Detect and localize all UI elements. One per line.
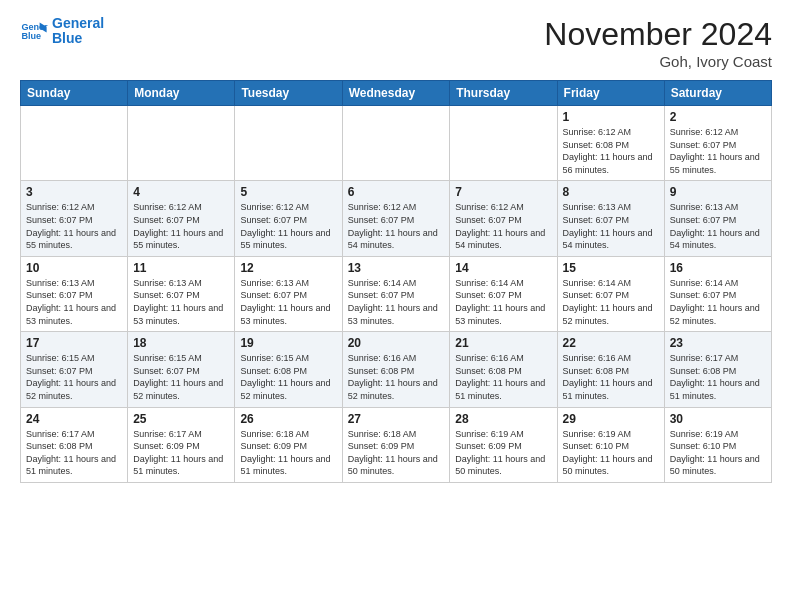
- day-info: Sunrise: 6:13 AM Sunset: 6:07 PM Dayligh…: [563, 201, 659, 251]
- day-number: 14: [455, 261, 551, 275]
- calendar-cell: 3Sunrise: 6:12 AM Sunset: 6:07 PM Daylig…: [21, 181, 128, 256]
- title-block: November 2024 Goh, Ivory Coast: [544, 16, 772, 70]
- svg-text:Blue: Blue: [21, 32, 41, 42]
- calendar-cell: 12Sunrise: 6:13 AM Sunset: 6:07 PM Dayli…: [235, 256, 342, 331]
- calendar-week-1: 1Sunrise: 6:12 AM Sunset: 6:08 PM Daylig…: [21, 106, 772, 181]
- calendar-cell: [21, 106, 128, 181]
- calendar-week-4: 17Sunrise: 6:15 AM Sunset: 6:07 PM Dayli…: [21, 332, 772, 407]
- calendar-cell: 28Sunrise: 6:19 AM Sunset: 6:09 PM Dayli…: [450, 407, 557, 482]
- day-info: Sunrise: 6:12 AM Sunset: 6:07 PM Dayligh…: [348, 201, 445, 251]
- day-number: 24: [26, 412, 122, 426]
- calendar-week-5: 24Sunrise: 6:17 AM Sunset: 6:08 PM Dayli…: [21, 407, 772, 482]
- location: Goh, Ivory Coast: [544, 53, 772, 70]
- day-number: 3: [26, 185, 122, 199]
- day-info: Sunrise: 6:12 AM Sunset: 6:07 PM Dayligh…: [26, 201, 122, 251]
- day-info: Sunrise: 6:12 AM Sunset: 6:07 PM Dayligh…: [670, 126, 766, 176]
- day-number: 8: [563, 185, 659, 199]
- calendar-cell: 29Sunrise: 6:19 AM Sunset: 6:10 PM Dayli…: [557, 407, 664, 482]
- logo-line1: General: [52, 16, 104, 31]
- calendar-week-3: 10Sunrise: 6:13 AM Sunset: 6:07 PM Dayli…: [21, 256, 772, 331]
- day-info: Sunrise: 6:19 AM Sunset: 6:10 PM Dayligh…: [563, 428, 659, 478]
- day-number: 15: [563, 261, 659, 275]
- day-number: 4: [133, 185, 229, 199]
- calendar-cell: 30Sunrise: 6:19 AM Sunset: 6:10 PM Dayli…: [664, 407, 771, 482]
- calendar-cell: 19Sunrise: 6:15 AM Sunset: 6:08 PM Dayli…: [235, 332, 342, 407]
- calendar-cell: 24Sunrise: 6:17 AM Sunset: 6:08 PM Dayli…: [21, 407, 128, 482]
- day-number: 11: [133, 261, 229, 275]
- day-number: 7: [455, 185, 551, 199]
- calendar-cell: 18Sunrise: 6:15 AM Sunset: 6:07 PM Dayli…: [128, 332, 235, 407]
- day-info: Sunrise: 6:15 AM Sunset: 6:07 PM Dayligh…: [26, 352, 122, 402]
- day-info: Sunrise: 6:14 AM Sunset: 6:07 PM Dayligh…: [455, 277, 551, 327]
- day-number: 13: [348, 261, 445, 275]
- weekday-header-friday: Friday: [557, 81, 664, 106]
- calendar-cell: 11Sunrise: 6:13 AM Sunset: 6:07 PM Dayli…: [128, 256, 235, 331]
- calendar-week-2: 3Sunrise: 6:12 AM Sunset: 6:07 PM Daylig…: [21, 181, 772, 256]
- day-number: 6: [348, 185, 445, 199]
- calendar-cell: [450, 106, 557, 181]
- day-number: 10: [26, 261, 122, 275]
- weekday-header-sunday: Sunday: [21, 81, 128, 106]
- day-number: 20: [348, 336, 445, 350]
- calendar-cell: 1Sunrise: 6:12 AM Sunset: 6:08 PM Daylig…: [557, 106, 664, 181]
- calendar-cell: 23Sunrise: 6:17 AM Sunset: 6:08 PM Dayli…: [664, 332, 771, 407]
- calendar-cell: 5Sunrise: 6:12 AM Sunset: 6:07 PM Daylig…: [235, 181, 342, 256]
- day-info: Sunrise: 6:18 AM Sunset: 6:09 PM Dayligh…: [348, 428, 445, 478]
- day-number: 30: [670, 412, 766, 426]
- day-info: Sunrise: 6:19 AM Sunset: 6:09 PM Dayligh…: [455, 428, 551, 478]
- calendar-cell: [342, 106, 450, 181]
- day-number: 19: [240, 336, 336, 350]
- day-info: Sunrise: 6:17 AM Sunset: 6:08 PM Dayligh…: [670, 352, 766, 402]
- day-number: 23: [670, 336, 766, 350]
- day-info: Sunrise: 6:15 AM Sunset: 6:07 PM Dayligh…: [133, 352, 229, 402]
- day-number: 21: [455, 336, 551, 350]
- day-number: 12: [240, 261, 336, 275]
- day-info: Sunrise: 6:16 AM Sunset: 6:08 PM Dayligh…: [348, 352, 445, 402]
- calendar-cell: 2Sunrise: 6:12 AM Sunset: 6:07 PM Daylig…: [664, 106, 771, 181]
- day-info: Sunrise: 6:12 AM Sunset: 6:07 PM Dayligh…: [133, 201, 229, 251]
- calendar-cell: 4Sunrise: 6:12 AM Sunset: 6:07 PM Daylig…: [128, 181, 235, 256]
- day-info: Sunrise: 6:15 AM Sunset: 6:08 PM Dayligh…: [240, 352, 336, 402]
- day-info: Sunrise: 6:16 AM Sunset: 6:08 PM Dayligh…: [455, 352, 551, 402]
- day-info: Sunrise: 6:13 AM Sunset: 6:07 PM Dayligh…: [26, 277, 122, 327]
- calendar-cell: 16Sunrise: 6:14 AM Sunset: 6:07 PM Dayli…: [664, 256, 771, 331]
- day-number: 27: [348, 412, 445, 426]
- day-info: Sunrise: 6:18 AM Sunset: 6:09 PM Dayligh…: [240, 428, 336, 478]
- day-info: Sunrise: 6:14 AM Sunset: 6:07 PM Dayligh…: [670, 277, 766, 327]
- page-header: General Blue General Blue November 2024 …: [20, 16, 772, 70]
- day-info: Sunrise: 6:19 AM Sunset: 6:10 PM Dayligh…: [670, 428, 766, 478]
- day-info: Sunrise: 6:12 AM Sunset: 6:08 PM Dayligh…: [563, 126, 659, 176]
- calendar-cell: 9Sunrise: 6:13 AM Sunset: 6:07 PM Daylig…: [664, 181, 771, 256]
- day-number: 17: [26, 336, 122, 350]
- day-number: 22: [563, 336, 659, 350]
- calendar-cell: 17Sunrise: 6:15 AM Sunset: 6:07 PM Dayli…: [21, 332, 128, 407]
- day-number: 25: [133, 412, 229, 426]
- day-info: Sunrise: 6:12 AM Sunset: 6:07 PM Dayligh…: [240, 201, 336, 251]
- day-info: Sunrise: 6:13 AM Sunset: 6:07 PM Dayligh…: [133, 277, 229, 327]
- calendar-cell: 15Sunrise: 6:14 AM Sunset: 6:07 PM Dayli…: [557, 256, 664, 331]
- weekday-header-saturday: Saturday: [664, 81, 771, 106]
- weekday-header-tuesday: Tuesday: [235, 81, 342, 106]
- weekday-header-wednesday: Wednesday: [342, 81, 450, 106]
- logo-line2: Blue: [52, 31, 104, 46]
- calendar-cell: 13Sunrise: 6:14 AM Sunset: 6:07 PM Dayli…: [342, 256, 450, 331]
- weekday-header-thursday: Thursday: [450, 81, 557, 106]
- calendar-cell: 14Sunrise: 6:14 AM Sunset: 6:07 PM Dayli…: [450, 256, 557, 331]
- calendar-cell: 6Sunrise: 6:12 AM Sunset: 6:07 PM Daylig…: [342, 181, 450, 256]
- day-number: 18: [133, 336, 229, 350]
- day-number: 28: [455, 412, 551, 426]
- calendar-cell: 21Sunrise: 6:16 AM Sunset: 6:08 PM Dayli…: [450, 332, 557, 407]
- calendar-cell: 7Sunrise: 6:12 AM Sunset: 6:07 PM Daylig…: [450, 181, 557, 256]
- day-info: Sunrise: 6:12 AM Sunset: 6:07 PM Dayligh…: [455, 201, 551, 251]
- calendar-cell: [128, 106, 235, 181]
- calendar-cell: 8Sunrise: 6:13 AM Sunset: 6:07 PM Daylig…: [557, 181, 664, 256]
- calendar-cell: [235, 106, 342, 181]
- day-number: 26: [240, 412, 336, 426]
- day-info: Sunrise: 6:13 AM Sunset: 6:07 PM Dayligh…: [670, 201, 766, 251]
- calendar-cell: 20Sunrise: 6:16 AM Sunset: 6:08 PM Dayli…: [342, 332, 450, 407]
- calendar-cell: 22Sunrise: 6:16 AM Sunset: 6:08 PM Dayli…: [557, 332, 664, 407]
- day-info: Sunrise: 6:13 AM Sunset: 6:07 PM Dayligh…: [240, 277, 336, 327]
- day-number: 16: [670, 261, 766, 275]
- calendar-cell: 26Sunrise: 6:18 AM Sunset: 6:09 PM Dayli…: [235, 407, 342, 482]
- day-number: 1: [563, 110, 659, 124]
